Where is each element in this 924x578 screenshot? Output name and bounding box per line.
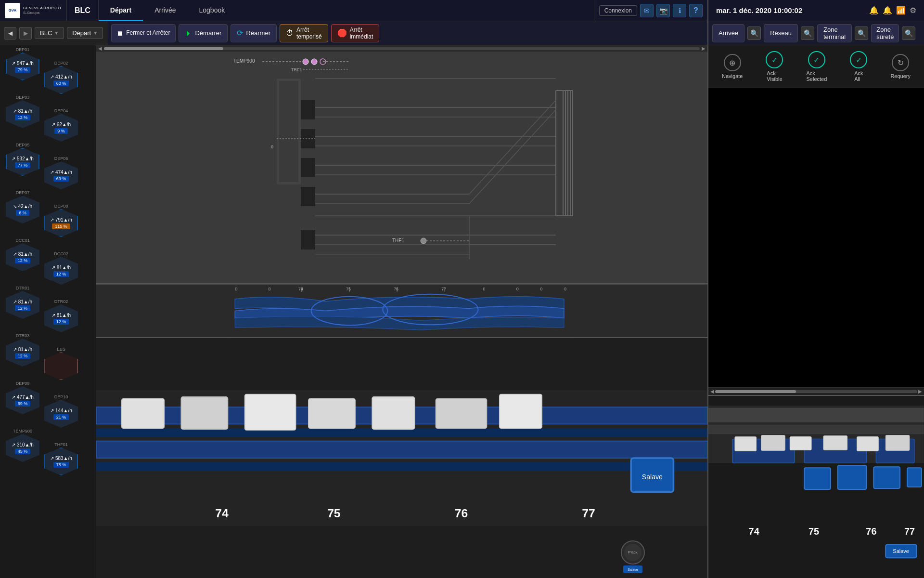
hex-dep10[interactable]: DEP10 ↗ 144▲/h 21 % [39, 394, 83, 428]
datetime: mar. 1 déc. 2020 10:00:02 [716, 6, 869, 14]
hex-ebs[interactable]: EBS [39, 347, 83, 380]
arret-temporise-button[interactable]: ⏱ Arrêttemporisé [280, 24, 328, 42]
svg-rect-64 [122, 399, 164, 429]
camera-icon[interactable]: 📷 [656, 4, 670, 17]
right-3d-view[interactable]: 74 75 76 77 Salave [708, 395, 924, 578]
hex-dep09[interactable]: DEP09 ↗ 477▲/h 69 % [1, 381, 44, 414]
svg-rect-98 [708, 564, 924, 578]
hex-dep07[interactable]: DEP07 ↘ 42▲/h 6 % [1, 190, 44, 223]
email-icon[interactable]: ✉ [640, 4, 654, 17]
svg-rect-68 [372, 397, 414, 429]
right-second-row: Arrivée 🔍 Réseau 🔍 Zoneterminal 🔍 Zonesû… [707, 21, 924, 45]
tab-logbook[interactable]: Logbook [187, 0, 236, 21]
bell-icon-2[interactable]: 🔔 [883, 6, 892, 15]
breadcrumb-blc[interactable]: BLC ▼ [35, 27, 64, 39]
right-top-bar: mar. 1 déc. 2020 10:00:02 🔔 🔔 📶 ⚙ [707, 0, 924, 21]
zone-terminal-button[interactable]: Zoneterminal [817, 24, 852, 42]
conveyor-3d-view[interactable]: Salave 74 75 76 77 Plack Salave [96, 337, 707, 578]
hex-dtr02[interactable]: DTR02 ↗ 81▲/h 12 % [39, 299, 83, 332]
palette-icon: Plack Salave [621, 540, 645, 573]
svg-text:75: 75 [346, 287, 351, 291]
demarrer-button[interactable]: ⏵ Démarrer [179, 24, 228, 42]
rearmer-button[interactable]: ⟳ Réarmer [231, 24, 277, 42]
settings-icon[interactable]: ⚙ [910, 6, 916, 15]
demarrer-icon: ⏵ [185, 29, 192, 38]
svg-text:76: 76 [394, 287, 398, 291]
info-icon[interactable]: ℹ [673, 4, 686, 17]
hex-temp900[interactable]: TEMP900 ↗ 310▲/h 45 % [1, 429, 44, 462]
zone-surete-search-icon[interactable]: 🔍 [855, 26, 868, 40]
svg-text:0: 0 [516, 287, 519, 291]
svg-text:THF1: THF1 [392, 238, 404, 243]
svg-text:0: 0 [269, 287, 271, 291]
hex-dtr01[interactable]: DTR01 ↗ 81▲/h 12 % [1, 286, 44, 319]
reseau-button[interactable]: Réseau [764, 24, 798, 42]
arret-immediat-button[interactable]: 🛑 Arrêtimmédiat [331, 24, 380, 42]
hex-dep02[interactable]: DEP02 ↗ 412▲/h 60 % [39, 61, 83, 94]
bell-icon-1[interactable]: 🔔 [869, 6, 879, 15]
right-scrollbar[interactable]: ◀ ▶ [708, 387, 924, 395]
svg-rect-83 [761, 435, 785, 451]
hex-dep01[interactable]: DEP01 ↗ 547▲/h 79 % [1, 47, 44, 80]
hex-dep04[interactable]: DEP04 ↗ 62▲/h 9 % [39, 108, 83, 142]
connexion-button[interactable]: Connexion [599, 5, 637, 16]
forward-arrow[interactable]: ▶ [19, 27, 32, 39]
svg-rect-87 [886, 435, 910, 451]
svg-text:77: 77 [441, 287, 446, 291]
svg-text:76: 76 [866, 526, 876, 537]
app-name[interactable]: BLC [67, 0, 99, 21]
svg-rect-13 [301, 158, 315, 177]
hex-dcc02[interactable]: DCC02 ↗ 81▲/h 12 % [39, 251, 83, 285]
svg-text:75: 75 [327, 507, 341, 520]
hex-dep03[interactable]: DEP03 ↗ 81▲/h 12 % [1, 95, 44, 128]
hex-dep08[interactable]: DEP08 ↗ 791▲/h 115 % [39, 204, 83, 237]
breadcrumb-depart[interactable]: Départ ▼ [67, 27, 103, 39]
svg-text:77: 77 [582, 507, 595, 520]
back-arrow[interactable]: ◀ [4, 27, 16, 39]
tab-depart[interactable]: Départ [99, 0, 143, 21]
signal-icon[interactable]: 📶 [896, 6, 906, 15]
svg-rect-11 [301, 100, 315, 119]
ack-all-button[interactable]: ✓ AckAll [846, 49, 871, 84]
rearmer-icon: ⟳ [237, 28, 243, 38]
svg-rect-10 [279, 81, 298, 182]
hex-dcc01[interactable]: DCC01 ↗ 81▲/h 12 % [1, 238, 44, 271]
navigate-button[interactable]: ⊕ Navigate [718, 52, 746, 81]
svg-text:TEMP900: TEMP900 [233, 58, 255, 64]
svg-rect-67 [308, 399, 355, 429]
stop-icon: 🛑 [337, 28, 347, 38]
svg-text:0: 0 [483, 287, 485, 291]
ack-selected-button[interactable]: ✓ AckSelected [803, 49, 831, 84]
clock-icon: ⏱ [286, 29, 294, 38]
help-icon[interactable]: ? [689, 4, 703, 17]
svg-rect-89 [838, 465, 867, 489]
left-sidebar: DEP01 ↗ 547▲/h 79 % DEP02 ↗ 412▲/h 60 % [0, 45, 96, 578]
requery-button[interactable]: ↻ Requery [886, 52, 914, 81]
svg-text:TRF1: TRF1 [291, 67, 302, 72]
tab-arrivee[interactable]: Arrivée [143, 0, 187, 21]
svg-rect-14 [301, 187, 315, 206]
zone-terminal-search-icon[interactable]: 🔍 [801, 26, 814, 40]
svg-rect-91 [907, 468, 922, 487]
svg-text:74: 74 [749, 526, 759, 537]
extra-search-icon[interactable]: 🔍 [902, 26, 915, 40]
reseau-search-icon[interactable]: 🔍 [747, 26, 761, 40]
logo-icon: GVA [5, 3, 20, 18]
svg-rect-36 [301, 230, 315, 250]
svg-rect-82 [735, 437, 757, 451]
schematic-svg: TEMP900 TRF1 [96, 52, 707, 283]
hex-dep06[interactable]: DEP06 ↗ 474▲/h 69 % [39, 156, 83, 189]
svg-rect-70 [500, 394, 542, 429]
arrivee-button[interactable]: Arrivée [712, 24, 744, 42]
hex-thf01[interactable]: THF01 ↗ 583▲/h 75 % [39, 442, 83, 475]
fermer-button[interactable]: ⏹ Fermer et Arrêter [111, 24, 175, 42]
ack-visible-button[interactable]: ✓ AckVisible [762, 49, 787, 84]
zone-surete-button[interactable]: Zonesûreté [871, 24, 899, 42]
hex-dtr03[interactable]: DTR03 ↗ 81▲/h 12 % [1, 333, 44, 367]
hex-dep05[interactable]: DEP05 ↗ 532▲/h 77 % [1, 143, 44, 176]
conveyor-flat-view[interactable]: 74 75 76 77 0 0 0 0 0 0 [96, 284, 707, 337]
schematic-area[interactable]: TEMP900 TRF1 [96, 52, 707, 283]
conveyor-svg: 74 75 76 77 0 0 0 0 0 0 [96, 285, 707, 337]
conveyor-3d-svg: Salave 74 75 76 77 [96, 338, 707, 578]
svg-point-32 [421, 238, 426, 244]
